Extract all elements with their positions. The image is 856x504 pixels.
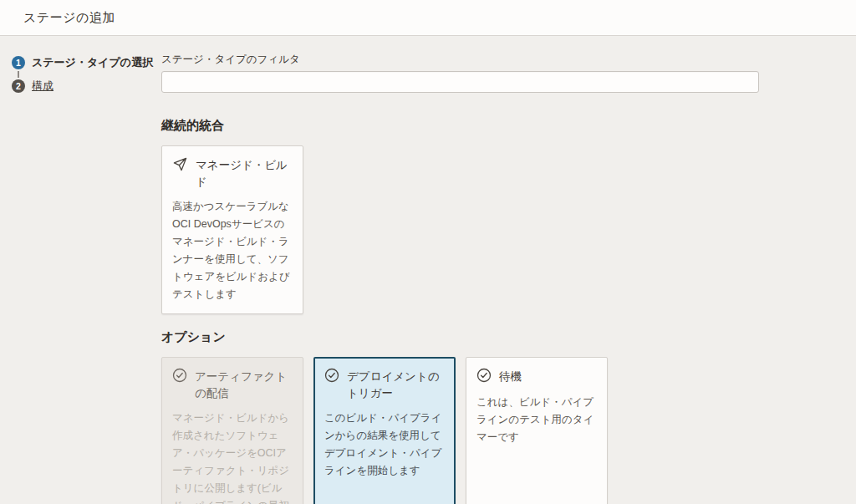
check-circle-icon (172, 368, 187, 383)
section-optional: オプション アーティファクトの配信 マネージド・ビルドから作成されたソフトウェア… (161, 329, 759, 504)
section-heading: 継続的統合 (161, 118, 759, 134)
page-title: ステージの追加 (23, 10, 115, 26)
step-number-badge: 1 (12, 56, 25, 69)
card-title: マネージド・ビルド (196, 156, 293, 190)
stage-type-filter-input[interactable] (161, 71, 759, 93)
card-title: 待機 (499, 368, 522, 385)
paper-plane-icon (172, 156, 188, 172)
stage-type-filter-label: ステージ・タイプのフィルタ (161, 53, 759, 67)
card-title: アーティファクトの配信 (195, 368, 293, 401)
card-description: このビルド・パイプラインからの結果を使用してデプロイメント・パイプラインを開始し… (324, 410, 445, 480)
dialog-body: 1 ステージ・タイプの選択 2 構成 ステージ・タイプのフィルタ 継続的統合 マ (0, 36, 856, 504)
step-label: ステージ・タイプの選択 (32, 55, 153, 70)
card-description: マネージド・ビルドから作成されたソフトウェア・パッケージをOCIアーティファクト… (172, 410, 293, 504)
check-circle-icon (324, 368, 339, 383)
card-title: デプロイメントのトリガー (347, 368, 445, 401)
dialog-header: ステージの追加 (0, 0, 856, 36)
main-panel: ステージ・タイプのフィルタ 継続的統合 マネージド・ビルド 高速かつスケーラブル… (161, 53, 759, 504)
step-select-stage-type[interactable]: 1 ステージ・タイプの選択 (12, 55, 161, 70)
step-label[interactable]: 構成 (32, 79, 54, 94)
card-description: これは、ビルド・パイプラインのテスト用のタイマーです (476, 394, 597, 446)
card-deliver-artifacts: アーティファクトの配信 マネージド・ビルドから作成されたソフトウェア・パッケージ… (161, 357, 303, 504)
card-managed-build[interactable]: マネージド・ビルド 高速かつスケーラブルなOCI DevOpsサービスのマネージ… (161, 145, 303, 314)
card-description: 高速かつスケーラブルなOCI DevOpsサービスのマネージド・ビルド・ランナー… (172, 198, 293, 303)
card-wait[interactable]: 待機 これは、ビルド・パイプラインのテスト用のタイマーです (466, 357, 608, 504)
option-cards-row: アーティファクトの配信 マネージド・ビルドから作成されたソフトウェア・パッケージ… (161, 357, 759, 504)
section-continuous-integration: 継続的統合 マネージド・ビルド 高速かつスケーラブルなOCI DevOpsサービ… (161, 118, 759, 314)
step-number-badge: 2 (12, 79, 25, 93)
step-configuration[interactable]: 2 構成 (12, 79, 161, 94)
card-trigger-deployment[interactable]: デプロイメントのトリガー このビルド・パイプラインからの結果を使用してデプロイメ… (313, 357, 456, 504)
section-heading: オプション (161, 329, 759, 345)
check-circle-icon (476, 368, 492, 383)
wizard-stepper: 1 ステージ・タイプの選択 2 構成 (12, 53, 161, 504)
step-connector-line (18, 71, 19, 78)
